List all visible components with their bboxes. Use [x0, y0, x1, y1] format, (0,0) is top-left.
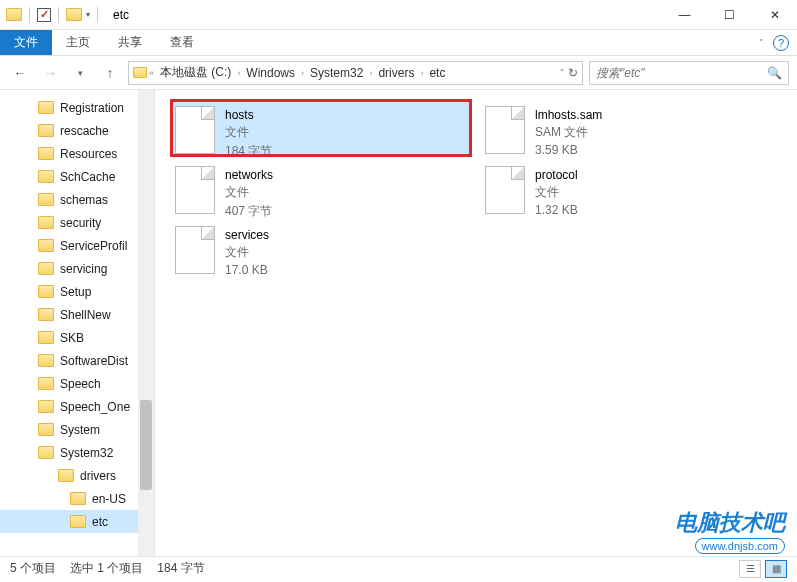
file-item[interactable]: protocol文件1.32 KB [481, 160, 781, 216]
search-icon[interactable]: 🔍 [767, 66, 782, 80]
recent-locations-icon[interactable]: ▾ [68, 61, 92, 85]
tree-item[interactable]: System32 [0, 441, 154, 464]
file-size: 184 字节 [225, 143, 272, 160]
file-name: protocol [535, 168, 578, 182]
breadcrumb-drivers[interactable]: drivers [374, 66, 418, 80]
folder-icon [38, 147, 54, 160]
ribbon-expand-icon[interactable]: ˅ [759, 38, 763, 47]
minimize-button[interactable]: — [662, 0, 707, 30]
tree-item[interactable]: security [0, 211, 154, 234]
tree-item[interactable]: SKB [0, 326, 154, 349]
window-controls: — ☐ ✕ [662, 0, 797, 30]
tree-item-label: Speech_One [60, 400, 130, 414]
tree-item-label: schemas [60, 193, 108, 207]
window-title: etc [113, 8, 129, 22]
help-icon[interactable]: ? [773, 35, 789, 51]
file-type: 文件 [225, 124, 272, 141]
file-item[interactable]: services文件17.0 KB [171, 220, 471, 276]
tree-item[interactable]: servicing [0, 257, 154, 280]
tree-item[interactable]: SchCache [0, 165, 154, 188]
file-icon [485, 106, 525, 154]
tree-item[interactable]: schemas [0, 188, 154, 211]
scrollbar-thumb[interactable] [140, 400, 152, 490]
tree-item[interactable]: ServiceProfil [0, 234, 154, 257]
folder-icon [38, 124, 54, 137]
tree-item[interactable]: ShellNew [0, 303, 154, 326]
tree-item[interactable]: rescache [0, 119, 154, 142]
folder-icon [38, 331, 54, 344]
forward-button[interactable]: → [38, 61, 62, 85]
tree-item[interactable]: SoftwareDist [0, 349, 154, 372]
folder-icon [38, 193, 54, 206]
file-item[interactable]: lmhosts.samSAM 文件3.59 KB [481, 100, 781, 156]
folder-icon [38, 354, 54, 367]
chevron-right-icon[interactable]: › [301, 68, 304, 78]
file-icon [175, 106, 215, 154]
qat-properties-icon[interactable]: ✓ [37, 8, 51, 22]
quick-access-toolbar: ✓ ▾ etc [0, 7, 129, 23]
navigation-tree[interactable]: RegistrationrescacheResourcesSchCachesch… [0, 90, 155, 556]
back-button[interactable]: ← [8, 61, 32, 85]
tree-item-label: security [60, 216, 101, 230]
refresh-icon[interactable]: ↻ [568, 66, 578, 80]
selection-size: 184 字节 [157, 560, 204, 577]
maximize-button[interactable]: ☐ [707, 0, 752, 30]
tab-view[interactable]: 查看 [156, 30, 208, 55]
tree-item[interactable]: etc [0, 510, 154, 533]
address-history-icon[interactable]: ˅ [560, 68, 564, 77]
search-box[interactable]: 🔍 [589, 61, 789, 85]
tab-home[interactable]: 主页 [52, 30, 104, 55]
chevron-right-icon[interactable]: « [149, 68, 154, 78]
folder-icon [70, 515, 86, 528]
search-input[interactable] [596, 66, 767, 80]
folder-icon [70, 492, 86, 505]
breadcrumb-windows[interactable]: Windows [242, 66, 299, 80]
file-item[interactable]: hosts文件184 字节 [171, 100, 471, 156]
file-size: 17.0 KB [225, 263, 269, 277]
close-button[interactable]: ✕ [752, 0, 797, 30]
tree-item[interactable]: System [0, 418, 154, 441]
qat-customize-icon[interactable]: ▾ [86, 10, 90, 19]
tab-share[interactable]: 共享 [104, 30, 156, 55]
view-details-button[interactable]: ☰ [739, 560, 761, 578]
file-meta: services文件17.0 KB [225, 224, 269, 277]
tree-item[interactable]: Speech_One [0, 395, 154, 418]
view-tiles-button[interactable]: ▦ [765, 560, 787, 578]
folder-icon [38, 377, 54, 390]
folder-icon [38, 423, 54, 436]
file-type: 文件 [225, 244, 269, 261]
file-item[interactable]: networks文件407 字节 [171, 160, 471, 216]
file-list[interactable]: hosts文件184 字节lmhosts.samSAM 文件3.59 KBnet… [155, 90, 797, 556]
tree-item[interactable]: en-US [0, 487, 154, 510]
file-size: 1.32 KB [535, 203, 578, 217]
tree-item[interactable]: Setup [0, 280, 154, 303]
breadcrumb-root[interactable]: 本地磁盘 (C:) [156, 64, 235, 81]
file-meta: lmhosts.samSAM 文件3.59 KB [535, 104, 602, 157]
chevron-right-icon[interactable]: › [420, 68, 423, 78]
chevron-right-icon[interactable]: › [237, 68, 240, 78]
file-meta: hosts文件184 字节 [225, 104, 272, 160]
qat-folder-icon[interactable] [66, 8, 82, 21]
tree-item[interactable]: Resources [0, 142, 154, 165]
up-button[interactable]: ↑ [98, 61, 122, 85]
folder-icon [38, 101, 54, 114]
ribbon-tabs: 文件 主页 共享 查看 ˅ ? [0, 30, 797, 56]
chevron-right-icon[interactable]: › [369, 68, 372, 78]
tree-item-label: System32 [60, 446, 113, 460]
app-icon[interactable] [6, 8, 22, 21]
tree-item[interactable]: drivers [0, 464, 154, 487]
folder-icon [38, 446, 54, 459]
scrollbar-track[interactable] [138, 90, 154, 556]
tree-item[interactable]: Registration [0, 96, 154, 119]
tab-file[interactable]: 文件 [0, 30, 52, 55]
tree-item-label: drivers [80, 469, 116, 483]
tree-item[interactable]: Speech [0, 372, 154, 395]
drive-icon [133, 67, 147, 78]
folder-icon [38, 170, 54, 183]
file-type: SAM 文件 [535, 124, 602, 141]
breadcrumb-etc[interactable]: etc [425, 66, 449, 80]
address-bar[interactable]: « 本地磁盘 (C:) › Windows › System32 › drive… [128, 61, 583, 85]
folder-icon [38, 239, 54, 252]
file-meta: networks文件407 字节 [225, 164, 273, 220]
breadcrumb-system32[interactable]: System32 [306, 66, 367, 80]
